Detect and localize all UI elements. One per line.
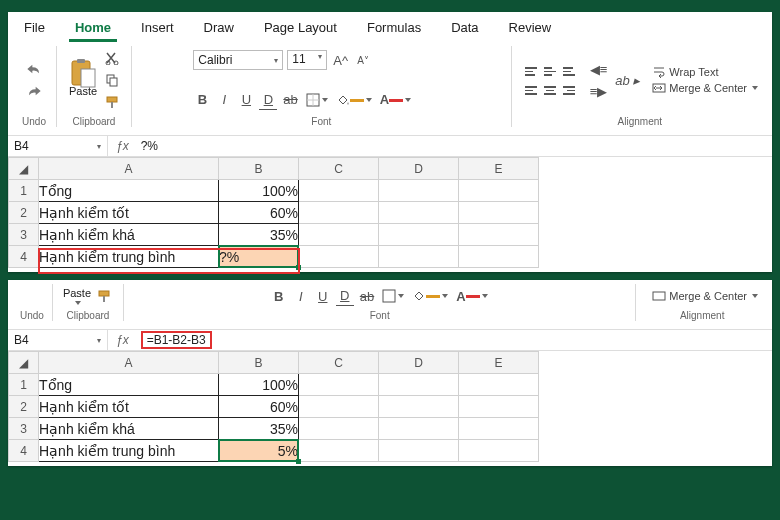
cell-B1[interactable]: 100% (219, 180, 299, 202)
col-header-A[interactable]: A (39, 158, 219, 180)
col-header-C[interactable]: C (299, 158, 379, 180)
cell[interactable] (299, 396, 379, 418)
align-top-button[interactable] (522, 62, 540, 82)
col-header-B[interactable]: B (219, 158, 299, 180)
cell[interactable] (459, 224, 539, 246)
cell-B2[interactable]: 60% (219, 396, 299, 418)
fill-handle[interactable] (296, 265, 301, 270)
select-all-corner[interactable]: ◢ (9, 352, 39, 374)
row-header[interactable]: 3 (9, 224, 39, 246)
col-header-E[interactable]: E (459, 158, 539, 180)
row-header[interactable]: 2 (9, 202, 39, 224)
format-painter-button[interactable] (103, 92, 121, 112)
align-middle-button[interactable] (541, 62, 559, 82)
cell-A1[interactable]: Tổng (39, 180, 219, 202)
strikethrough-button[interactable]: ab (281, 90, 299, 110)
select-all-corner[interactable]: ◢ (9, 158, 39, 180)
menu-data[interactable]: Data (445, 16, 484, 42)
cell[interactable] (459, 374, 539, 396)
align-right-button[interactable] (560, 81, 578, 101)
fill-color-button[interactable] (334, 90, 374, 110)
cell[interactable] (299, 246, 379, 268)
wrap-text-button[interactable]: Wrap Text (652, 65, 758, 79)
cut-button[interactable] (103, 48, 121, 68)
cell[interactable] (379, 418, 459, 440)
cell[interactable] (459, 396, 539, 418)
menu-formulas[interactable]: Formulas (361, 16, 427, 42)
increase-font-button[interactable]: A^ (331, 50, 350, 70)
align-left-button[interactable] (522, 81, 540, 101)
col-header-C[interactable]: C (299, 352, 379, 374)
row-header[interactable]: 4 (9, 246, 39, 268)
row-header[interactable]: 4 (9, 440, 39, 462)
cell-B4-selected[interactable]: ?% (219, 246, 299, 268)
cell-B3[interactable]: 35% (219, 418, 299, 440)
row-header[interactable]: 2 (9, 396, 39, 418)
cell[interactable] (299, 180, 379, 202)
cell[interactable] (459, 202, 539, 224)
cell[interactable] (299, 440, 379, 462)
cell-B4-selected[interactable]: 5% (219, 440, 299, 462)
font-size-select[interactable]: 11 ▾ (287, 50, 327, 70)
spreadsheet-grid[interactable]: ◢ A B C D E 1 Tổng 100% 2 Hạnh kiểm tốt … (8, 351, 772, 466)
strikethrough-button[interactable]: ab (358, 286, 376, 306)
cell[interactable] (379, 202, 459, 224)
cell[interactable] (299, 374, 379, 396)
row-header[interactable]: 1 (9, 374, 39, 396)
cell-B1[interactable]: 100% (219, 374, 299, 396)
name-box[interactable]: B4 ▾ (8, 330, 108, 350)
cell[interactable] (379, 374, 459, 396)
orientation-button[interactable]: ab ▸ (613, 70, 642, 90)
menu-home[interactable]: Home (69, 16, 117, 42)
font-color-button[interactable]: A (378, 90, 413, 110)
cell-A1[interactable]: Tổng (39, 374, 219, 396)
cell[interactable] (299, 202, 379, 224)
menu-insert[interactable]: Insert (135, 16, 180, 42)
cell-A4[interactable]: Hạnh kiểm trung bình (39, 440, 219, 462)
cell[interactable] (459, 180, 539, 202)
formula-input[interactable]: ?% (137, 138, 772, 154)
cell[interactable] (299, 224, 379, 246)
underline-button[interactable]: U (237, 90, 255, 110)
name-box[interactable]: B4 ▾ (8, 136, 108, 156)
menu-file[interactable]: File (18, 16, 51, 42)
italic-button[interactable]: I (292, 286, 310, 306)
cell-A3[interactable]: Hạnh kiểm khá (39, 418, 219, 440)
cell[interactable] (459, 246, 539, 268)
cell[interactable] (379, 180, 459, 202)
cell-B2[interactable]: 60% (219, 202, 299, 224)
formula-input[interactable]: =B1-B2-B3 (137, 330, 772, 350)
col-header-E[interactable]: E (459, 352, 539, 374)
col-header-D[interactable]: D (379, 352, 459, 374)
undo-button[interactable] (22, 59, 46, 79)
fx-icon[interactable]: ƒx (108, 333, 137, 347)
borders-button[interactable] (304, 90, 330, 110)
format-painter-button[interactable] (95, 286, 113, 306)
cell[interactable] (459, 418, 539, 440)
cell[interactable] (379, 246, 459, 268)
col-header-D[interactable]: D (379, 158, 459, 180)
row-header[interactable]: 1 (9, 180, 39, 202)
cell[interactable] (299, 418, 379, 440)
menu-draw[interactable]: Draw (198, 16, 240, 42)
font-name-select[interactable]: Calibri ▾ (193, 50, 283, 70)
cell-A2[interactable]: Hạnh kiểm tốt (39, 202, 219, 224)
decrease-indent-button[interactable]: ◀≡ (588, 59, 610, 79)
col-header-A[interactable]: A (39, 352, 219, 374)
menu-review[interactable]: Review (503, 16, 558, 42)
merge-center-button[interactable]: Merge & Center (652, 289, 758, 303)
col-header-B[interactable]: B (219, 352, 299, 374)
bold-button[interactable]: B (193, 90, 211, 110)
cell-A4[interactable]: Hạnh kiểm trung bình (39, 246, 219, 268)
cell[interactable] (379, 396, 459, 418)
fill-handle[interactable] (296, 459, 301, 464)
increase-indent-button[interactable]: ≡▶ (588, 81, 610, 101)
copy-button[interactable] (103, 70, 121, 90)
menu-page-layout[interactable]: Page Layout (258, 16, 343, 42)
italic-button[interactable]: I (215, 90, 233, 110)
merge-center-button[interactable]: Merge & Center (652, 81, 758, 95)
align-center-button[interactable] (541, 81, 559, 101)
decrease-font-button[interactable]: A˅ (354, 50, 372, 70)
cell-A3[interactable]: Hạnh kiểm khá (39, 224, 219, 246)
cell[interactable] (379, 440, 459, 462)
